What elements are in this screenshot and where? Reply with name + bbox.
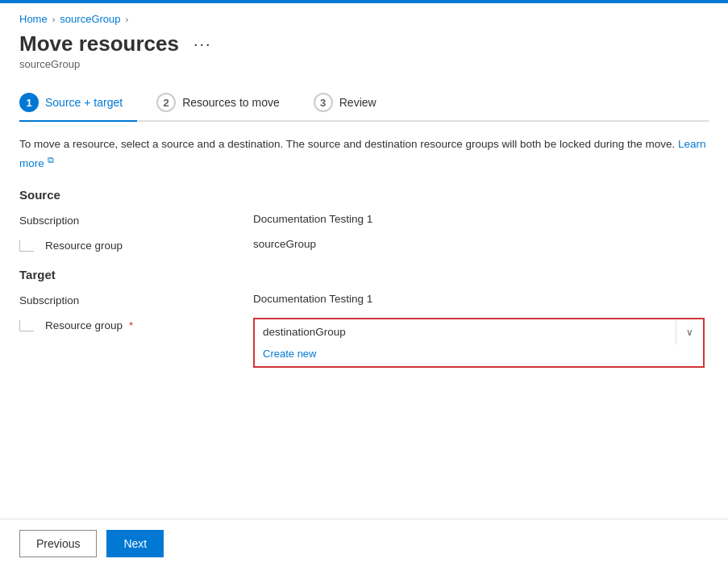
source-resource-group-value: sourceGroup <box>253 238 316 250</box>
tab-label-1: Source + target <box>45 96 123 109</box>
page-title-row: Move resources ··· <box>19 31 709 56</box>
source-subscription-label: Subscription <box>19 213 253 227</box>
create-new-link[interactable]: Create new <box>255 344 324 366</box>
info-text: To move a resource, select a source and … <box>19 136 709 172</box>
previous-button[interactable]: Previous <box>19 530 97 557</box>
page-subtitle: sourceGroup <box>19 58 709 70</box>
source-resource-group-row: Resource group sourceGroup <box>19 238 709 252</box>
tab-source-target[interactable]: 1 Source + target <box>19 85 137 122</box>
target-resource-group-label: Resource group * <box>19 318 253 331</box>
required-star: * <box>129 319 133 331</box>
source-subscription-row: Subscription Documentation Testing 1 <box>19 213 709 227</box>
next-button[interactable]: Next <box>106 530 164 557</box>
step-circle-1: 1 <box>19 93 39 112</box>
indent-corner-icon <box>19 240 34 252</box>
resource-group-dropdown-wrapper: ∨ Create new <box>253 318 705 368</box>
tab-label-3: Review <box>339 96 376 109</box>
external-link-icon: ⧉ <box>48 154 54 164</box>
tab-review[interactable]: 3 Review <box>314 85 391 120</box>
breadcrumb-home[interactable]: Home <box>19 13 48 25</box>
tabs-bar: 1 Source + target 2 Resources to move 3 … <box>19 85 709 122</box>
target-subscription-label: Subscription <box>19 293 253 306</box>
source-resource-group-label: Resource group <box>19 238 253 252</box>
indent-corner-icon-2 <box>19 320 34 331</box>
dropdown-chevron-icon[interactable]: ∨ <box>676 320 703 344</box>
source-section-title: Source <box>19 188 709 202</box>
breadcrumb: Home › sourceGroup › <box>19 13 709 25</box>
target-resource-group-row: Resource group * ∨ Create new <box>19 318 709 368</box>
chevron-icon: › <box>52 15 56 24</box>
target-subscription-value: Documentation Testing 1 <box>253 293 372 305</box>
ellipsis-button[interactable]: ··· <box>189 33 217 55</box>
step-circle-2: 2 <box>156 93 176 112</box>
target-subscription-row: Subscription Documentation Testing 1 <box>19 293 709 306</box>
chevron-icon-2: › <box>126 15 129 24</box>
step-circle-3: 3 <box>314 93 333 112</box>
source-subscription-value: Documentation Testing 1 <box>253 213 372 225</box>
breadcrumb-group[interactable]: sourceGroup <box>60 13 120 25</box>
tab-resources-to-move[interactable]: 2 Resources to move <box>156 85 294 120</box>
target-section-title: Target <box>19 268 709 281</box>
resource-group-input[interactable] <box>255 319 676 344</box>
page-title: Move resources <box>19 31 179 56</box>
bottom-navigation-bar: Previous Next <box>0 519 728 567</box>
tab-label-2: Resources to move <box>182 96 280 109</box>
resource-group-dropdown-box: ∨ Create new <box>253 318 705 368</box>
dropdown-input-row: ∨ <box>255 319 703 344</box>
main-content: To move a resource, select a source and … <box>19 122 709 368</box>
